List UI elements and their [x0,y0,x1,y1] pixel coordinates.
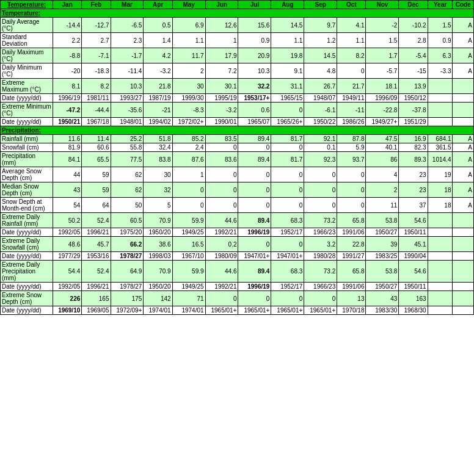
cell-value: 64 [82,198,111,213]
cell-value: 9.7 [304,18,337,33]
cell-value: 0 [271,237,304,252]
cell-value: 89.4 [238,135,271,143]
cell-value: -20 [53,63,82,79]
cell-value: 163 [399,291,428,306]
row-label: Daily Maximum (°C) [1,48,53,63]
cell-value: 83.6 [205,152,238,167]
cell-value: 0 [205,198,238,213]
cell-value: 15.6 [238,18,271,33]
cell-value: 18.1 [366,79,399,94]
cell-value: 32.4 [144,143,172,152]
cell-value: 1974/01 [172,306,205,315]
cell-value: 65.5 [82,152,111,167]
cell-value: 1996/21 [82,283,111,291]
cell-value: 1948/07 [304,94,337,103]
cell-value: 0 [238,143,271,152]
cell-value: 66.2 [111,237,144,252]
cell-value: 2 [366,182,399,198]
cell-value: 19.8 [271,48,304,63]
cell-value: 361.5 [428,143,453,152]
cell-value: -18.3 [82,63,111,79]
cell-value: -6.5 [111,18,144,33]
table-row: Date (yyyy/dd)1996/191981/111993/271987/… [1,94,474,103]
month-header-sep: Sep [304,1,337,9]
cell-value: A [453,63,474,79]
cell-value [428,306,453,315]
cell-value: 50.2 [53,213,82,228]
cell-value [453,94,474,103]
cell-value: 2 [172,63,205,79]
cell-value: 1.1 [337,33,366,48]
cell-value: 0 [271,143,304,152]
cell-value: 0 [271,182,304,198]
cell-value: 54.6 [399,213,428,228]
row-label: Snow Depth at Month-end (cm) [1,198,53,213]
cell-value: 0 [271,291,304,306]
table-row: Rainfall (mm)11.611.425.251.885.283.589.… [1,135,474,143]
cell-value: 1981/11 [82,94,111,103]
cell-value: -14.4 [53,18,82,33]
cell-value: 32 [144,182,172,198]
table-row: Date (yyyy/dd)1992/051996/211975/201950/… [1,228,474,237]
cell-value: 1991/06 [337,228,366,237]
cell-value: 0 [238,198,271,213]
cell-value: A [453,198,474,213]
cell-value: 1950/11 [399,228,428,237]
cell-value: 92.3 [304,152,337,167]
cell-value: 83.8 [144,152,172,167]
cell-value [453,213,474,228]
cell-value: 9.1 [271,63,304,79]
cell-value: 1950/22 [304,118,337,126]
cell-value: -44.4 [82,103,111,118]
month-header-oct: Oct [337,1,366,9]
table-row: Snow Depth at Month-end (cm)546450500000… [1,198,474,213]
cell-value: -1.7 [111,48,144,63]
cell-value: 1953/17+ [238,94,271,103]
cell-value [428,237,453,252]
table-row: Average Snow Depth (cm)44596230100000423… [1,167,474,182]
cell-value: 47.5 [366,135,399,143]
cell-value: -37.8 [399,103,428,118]
cell-value: 10.3 [111,79,144,94]
row-label: Date (yyyy/dd) [1,94,53,103]
cell-value: 44.6 [205,213,238,228]
cell-value: 59 [82,167,111,182]
cell-value: 53.8 [366,213,399,228]
cell-value: 1977/29 [53,252,82,261]
cell-value: 1983/30 [366,306,399,315]
row-label: Precipitation (mm) [1,152,53,167]
cell-value: 11.4 [82,135,111,143]
cell-value: 0 [238,182,271,198]
cell-value: 18 [428,182,453,198]
cell-value: -3.2 [144,63,172,79]
cell-value: 89.4 [238,261,271,283]
cell-value: 1992/21 [205,228,238,237]
cell-value: 5 [144,198,172,213]
table-row: Daily Average (°C)-14.4-12.7-6.50.56.912… [1,18,474,33]
cell-value: 1965/01+ [238,306,271,315]
cell-value: -6.1 [304,103,337,118]
cell-value: 23 [399,182,428,198]
cell-value: 68.3 [271,213,304,228]
cell-value: 0 [205,167,238,182]
cell-value: 1970/18 [337,306,366,315]
cell-value: 81.9 [53,143,82,152]
cell-value: 1996/09 [366,94,399,103]
cell-value: 89.4 [238,213,271,228]
cell-value: 1998/03 [144,252,172,261]
row-label: Date (yyyy/dd) [1,252,53,261]
table-row: Snowfall (cm)81.960.655.832.42.40000.15.… [1,143,474,152]
cell-value: 84.1 [53,152,82,167]
row-label: Date (yyyy/dd) [1,306,53,315]
cell-value [453,306,474,315]
cell-value: 1983/25 [366,252,399,261]
cell-value: 60.6 [82,143,111,152]
cell-value: -5.7 [366,63,399,79]
cell-value: 55.8 [111,143,144,152]
cell-value [428,283,453,291]
cell-value: 1950/20 [144,228,172,237]
row-label: Average Snow Depth (cm) [1,167,53,182]
cell-value: 8.2 [82,79,111,94]
cell-value: 59.9 [172,213,205,228]
cell-value: 0 [337,198,366,213]
